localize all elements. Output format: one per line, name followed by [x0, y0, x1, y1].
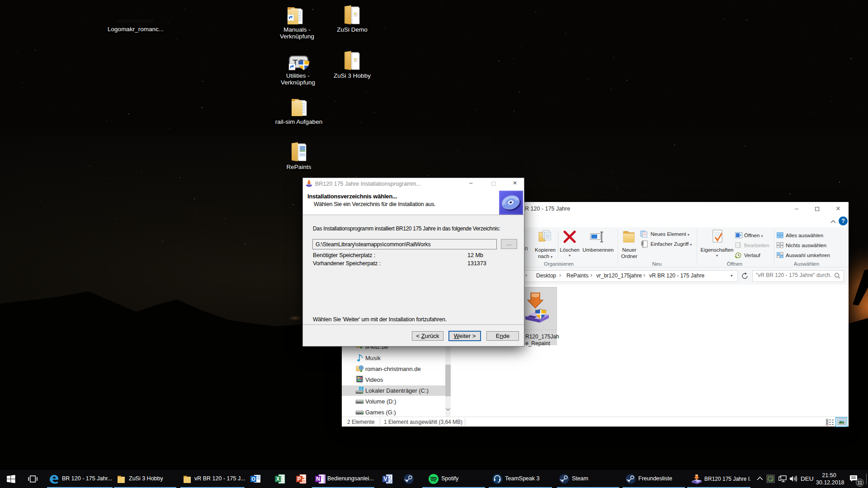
svg-text:N: N — [316, 476, 320, 482]
svg-text:O: O — [251, 476, 255, 482]
svg-text:X: X — [276, 476, 279, 482]
svg-text:V: V — [383, 476, 387, 482]
svg-text:P: P — [297, 476, 301, 482]
